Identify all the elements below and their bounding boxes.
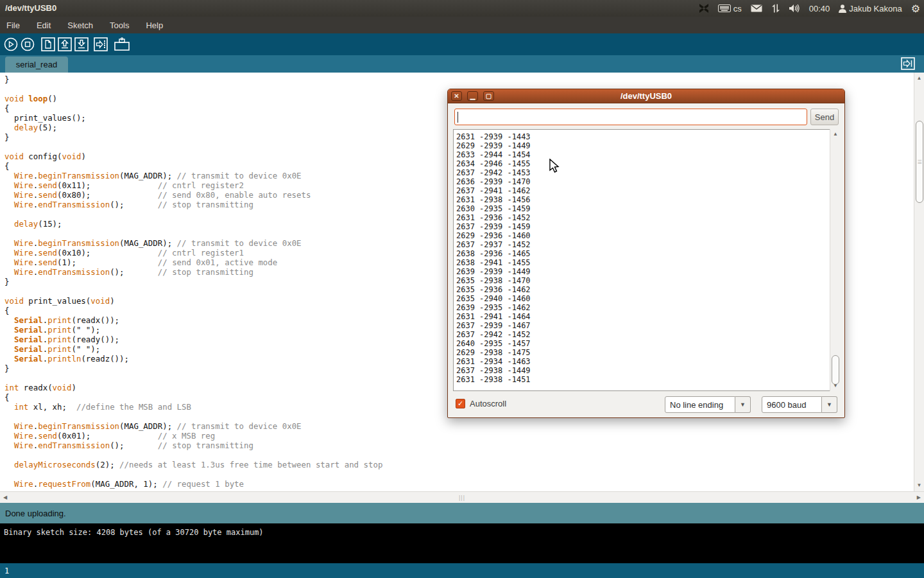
code-lines: } void loop(){ print_values(); delay(5);… bbox=[4, 74, 382, 489]
serial-row: 2638 -2941 -1455 bbox=[456, 258, 531, 267]
serial-monitor-window: ✕ ▁ ▢ /dev/ttyUSB0 Send 2631 -2939 -1443… bbox=[447, 89, 845, 418]
serial-row: 2639 -2935 -1462 bbox=[456, 303, 531, 312]
serial-window-titlebar[interactable]: ✕ ▁ ▢ /dev/ttyUSB0 bbox=[448, 89, 844, 103]
editor-horizontal-scrollbar[interactable]: ◀ ||| ▶ bbox=[0, 491, 924, 503]
code-line: Wire.send(1); // send 0x01, active mode bbox=[4, 258, 382, 267]
code-line bbox=[4, 412, 382, 421]
user-menu[interactable]: Jakub Kakona bbox=[839, 4, 902, 13]
baud-arrow-icon[interactable]: ▼ bbox=[822, 396, 837, 413]
serial-row: 2631 -2936 -1452 bbox=[456, 213, 531, 222]
clock[interactable]: 00:40 bbox=[809, 4, 830, 13]
tab-serial-read[interactable]: serial_read bbox=[5, 57, 68, 73]
volume-icon[interactable] bbox=[789, 4, 800, 13]
keyboard-layout-indicator[interactable]: cs bbox=[718, 4, 742, 13]
verify-button[interactable] bbox=[4, 37, 18, 51]
code-line: { bbox=[4, 103, 382, 113]
serial-scrollbar[interactable]: ▲ ▼ bbox=[830, 129, 841, 391]
baud-value: 9600 baud bbox=[767, 400, 806, 410]
build-console: Binary sketch size: 4208 bytes (of a 307… bbox=[0, 523, 924, 563]
code-line: Serial.print(" "); bbox=[4, 325, 382, 335]
serial-row: 2630 -2935 -1459 bbox=[456, 204, 531, 213]
send-button-label: Send bbox=[815, 112, 834, 122]
serial-row: 2629 -2939 -1449 bbox=[456, 141, 531, 150]
scroll-up-icon[interactable]: ▲ bbox=[914, 76, 924, 81]
stop-button[interactable] bbox=[21, 37, 35, 51]
code-line: Serial.println(readz()); bbox=[4, 354, 382, 363]
menu-item-file[interactable]: File bbox=[6, 21, 20, 30]
status-message: Done uploading. bbox=[5, 509, 66, 518]
menu-item-tools[interactable]: Tools bbox=[110, 21, 129, 30]
serial-output-area[interactable]: 2631 -2939 -14432629 -2939 -14492633 -29… bbox=[453, 129, 830, 391]
network-icon[interactable] bbox=[771, 4, 780, 13]
code-line: Wire.endTransmission(); // stop transmit… bbox=[4, 267, 382, 277]
code-line: { bbox=[4, 306, 382, 315]
code-line: delay(15); bbox=[4, 219, 382, 229]
serial-row: 2631 -2938 -1456 bbox=[456, 195, 531, 204]
tabbar: serial_read bbox=[0, 55, 924, 73]
serial-row: 2637 -2941 -1462 bbox=[456, 186, 531, 195]
keyboard-layout-label: cs bbox=[733, 4, 742, 13]
code-line bbox=[4, 209, 382, 219]
send-button[interactable]: Send bbox=[810, 109, 839, 125]
scroll-right-icon[interactable]: ▶ bbox=[917, 495, 921, 500]
serial-monitor-button[interactable] bbox=[114, 37, 128, 51]
user-name-label: Jakub Kakona bbox=[849, 4, 902, 13]
upload-button[interactable] bbox=[94, 37, 108, 51]
scroll-down-icon[interactable]: ▼ bbox=[830, 383, 841, 389]
menu-item-edit[interactable]: Edit bbox=[37, 21, 51, 30]
baud-select[interactable]: 9600 baud bbox=[762, 396, 822, 413]
serial-input[interactable] bbox=[454, 109, 807, 125]
code-line bbox=[4, 450, 382, 460]
scroll-down-icon[interactable]: ▼ bbox=[914, 483, 924, 488]
line-ending-select[interactable]: No line ending bbox=[665, 396, 735, 413]
code-line: Wire.send(0x11); // cntrl register2 bbox=[4, 180, 382, 190]
scrollbar-grip: ||| bbox=[459, 495, 465, 501]
code-line: } bbox=[4, 277, 382, 286]
sync-icon[interactable] bbox=[699, 4, 709, 13]
serial-row: 2635 -2940 -1460 bbox=[456, 294, 531, 303]
code-line: { bbox=[4, 161, 382, 171]
code-line: Wire.send(0x01); // x MSB reg bbox=[4, 431, 382, 441]
code-line bbox=[4, 286, 382, 296]
code-line: Wire.endTransmission(); // stop transmit… bbox=[4, 200, 382, 209]
new-sketch-button[interactable] bbox=[41, 37, 55, 51]
code-line: Serial.print(readx()); bbox=[4, 315, 382, 325]
scroll-up-icon[interactable]: ▲ bbox=[830, 132, 841, 137]
code-line bbox=[4, 142, 382, 152]
serial-row: 2631 -2934 -1463 bbox=[456, 357, 531, 366]
serial-scrollbar-thumb[interactable] bbox=[832, 355, 839, 385]
session-gear-icon[interactable]: ⚙ bbox=[911, 3, 920, 15]
code-line: Serial.print(" "); bbox=[4, 344, 382, 354]
text-caret bbox=[458, 112, 458, 123]
menu-item-help[interactable]: Help bbox=[146, 21, 163, 30]
editor-scrollbar-thumb[interactable]: ☰ bbox=[916, 121, 923, 203]
tab-menu-icon[interactable] bbox=[901, 57, 915, 70]
code-line bbox=[4, 373, 382, 383]
serial-row: 2639 -2939 -1449 bbox=[456, 267, 531, 276]
save-sketch-button[interactable] bbox=[74, 37, 89, 51]
code-line: } bbox=[4, 363, 382, 373]
serial-row: 2631 -2939 -1443 bbox=[456, 132, 531, 141]
serial-row: 2635 -2938 -1470 bbox=[456, 276, 531, 285]
status-bar: Done uploading. bbox=[0, 503, 924, 523]
serial-window-title: /dev/ttyUSB0 bbox=[448, 91, 844, 101]
serial-row: 2636 -2939 -1470 bbox=[456, 177, 531, 186]
user-icon bbox=[839, 4, 846, 13]
mail-icon[interactable] bbox=[751, 4, 762, 12]
open-sketch-button[interactable] bbox=[58, 37, 72, 51]
code-line: Wire.requestFrom(MAG_ADDR, 1); // reques… bbox=[4, 479, 382, 489]
scroll-left-icon[interactable]: ◀ bbox=[3, 495, 7, 500]
autoscroll-checkbox[interactable]: ✓ bbox=[456, 399, 465, 408]
serial-row: 2629 -2938 -1475 bbox=[456, 348, 531, 357]
editor-vertical-scrollbar[interactable]: ▲ ☰ ▼ bbox=[914, 73, 924, 491]
code-line: } bbox=[4, 74, 382, 84]
line-ending-arrow-icon[interactable]: ▼ bbox=[735, 396, 751, 413]
serial-row: 2629 -2936 -1460 bbox=[456, 231, 531, 240]
desktop-titlebar: /dev/ttyUSB0 cs 00:40 Jakub Kakona ⚙ bbox=[0, 0, 924, 17]
line-number-bar: 1 bbox=[0, 563, 924, 578]
code-line: int readx(void) bbox=[4, 383, 382, 392]
code-line bbox=[4, 469, 382, 479]
menu-item-sketch[interactable]: Sketch bbox=[67, 21, 93, 30]
serial-row: 2637 -2942 -1452 bbox=[456, 330, 531, 339]
code-line: void print_values(void) bbox=[4, 296, 382, 306]
